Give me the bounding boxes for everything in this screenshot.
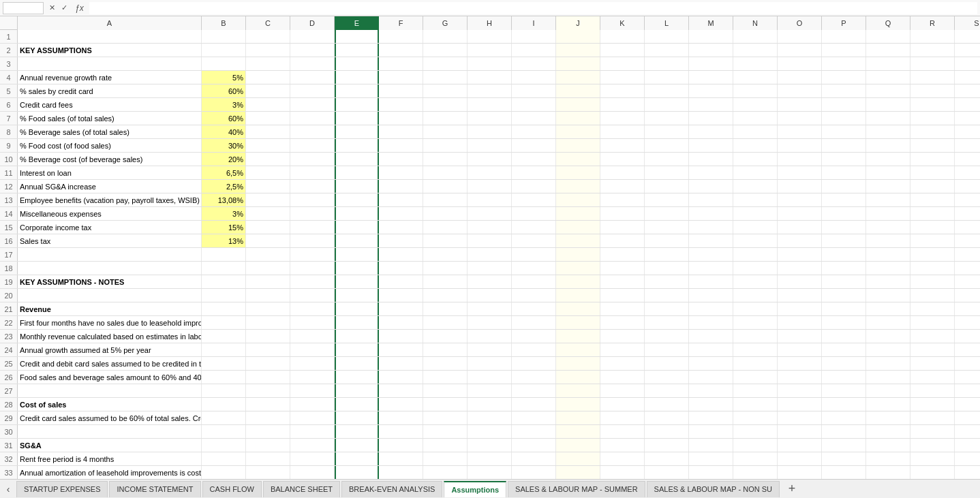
cell-11-H[interactable] bbox=[468, 166, 512, 179]
cell-31-M[interactable] bbox=[689, 439, 733, 452]
cell-19-L[interactable] bbox=[645, 275, 689, 288]
cell-33-A[interactable]: Annual amortization of leasehold improve… bbox=[18, 466, 202, 479]
cell-5-N[interactable] bbox=[733, 84, 778, 97]
col-header-s[interactable]: S bbox=[955, 16, 980, 30]
cell-29-M[interactable] bbox=[689, 411, 733, 424]
cell-17-B[interactable] bbox=[202, 248, 246, 261]
cell-12-J[interactable] bbox=[556, 180, 600, 193]
cell-25-H[interactable] bbox=[468, 357, 512, 370]
cell-17-D[interactable] bbox=[290, 248, 335, 261]
cell-20-L[interactable] bbox=[645, 289, 689, 302]
cell-22-N[interactable] bbox=[733, 316, 778, 329]
cell-12-O[interactable] bbox=[778, 180, 822, 193]
cell-33-M[interactable] bbox=[689, 466, 733, 479]
cell-4-R[interactable] bbox=[910, 71, 955, 84]
cell-4-H[interactable] bbox=[468, 71, 512, 84]
cell-19-M[interactable] bbox=[689, 275, 733, 288]
cell-4-N[interactable] bbox=[733, 71, 778, 84]
cell-9-L[interactable] bbox=[645, 139, 689, 152]
cell-16-C[interactable] bbox=[246, 234, 290, 247]
cell-24-F[interactable] bbox=[379, 343, 423, 356]
cell-6-R[interactable] bbox=[910, 98, 955, 111]
cell-33-Q[interactable] bbox=[866, 466, 910, 479]
cell-30-E[interactable] bbox=[335, 425, 379, 438]
cell-23-I[interactable] bbox=[512, 330, 556, 343]
cell-32-K[interactable] bbox=[600, 452, 645, 465]
cell-25-P[interactable] bbox=[822, 357, 866, 370]
cell-6-M[interactable] bbox=[689, 98, 733, 111]
cell-1-H[interactable] bbox=[468, 30, 512, 43]
cell-24-Q[interactable] bbox=[866, 343, 910, 356]
cell-2-P[interactable] bbox=[822, 44, 866, 57]
cell-23-K[interactable] bbox=[600, 330, 645, 343]
cell-13-K[interactable] bbox=[600, 193, 645, 206]
cell-10-E[interactable] bbox=[335, 153, 379, 166]
cell-8-F[interactable] bbox=[379, 125, 423, 138]
cell-16-J[interactable] bbox=[556, 234, 600, 247]
cell-6-A[interactable]: Credit card fees bbox=[18, 98, 202, 111]
cell-25-A[interactable]: Credit and debit card sales assumed to b… bbox=[18, 357, 202, 370]
cell-19-O[interactable] bbox=[778, 275, 822, 288]
cell-12-K[interactable] bbox=[600, 180, 645, 193]
cell-27-K[interactable] bbox=[600, 384, 645, 397]
cell-3-F[interactable] bbox=[379, 57, 423, 70]
cell-2-I[interactable] bbox=[512, 44, 556, 57]
cell-17-O[interactable] bbox=[778, 248, 822, 261]
cell-21-I[interactable] bbox=[512, 302, 556, 315]
cell-32-S[interactable] bbox=[955, 452, 980, 465]
cell-6-K[interactable] bbox=[600, 98, 645, 111]
cell-4-O[interactable] bbox=[778, 71, 822, 84]
cell-16-E[interactable] bbox=[335, 234, 379, 247]
cell-1-S[interactable] bbox=[955, 30, 980, 43]
cell-9-H[interactable] bbox=[468, 139, 512, 152]
cell-16-M[interactable] bbox=[689, 234, 733, 247]
cell-8-C[interactable] bbox=[246, 125, 290, 138]
cell-32-O[interactable] bbox=[778, 452, 822, 465]
cell-16-G[interactable] bbox=[423, 234, 468, 247]
cell-14-C[interactable] bbox=[246, 207, 290, 220]
cell-21-S[interactable] bbox=[955, 302, 980, 315]
cell-7-B[interactable]: 60% bbox=[202, 112, 246, 125]
cell-10-L[interactable] bbox=[645, 153, 689, 166]
cell-26-G[interactable] bbox=[423, 371, 468, 384]
cell-29-C[interactable] bbox=[246, 411, 290, 424]
cell-21-L[interactable] bbox=[645, 302, 689, 315]
cell-28-R[interactable] bbox=[910, 398, 955, 411]
cell-17-M[interactable] bbox=[689, 248, 733, 261]
cell-24-C[interactable] bbox=[246, 343, 290, 356]
cell-3-N[interactable] bbox=[733, 57, 778, 70]
cell-19-H[interactable] bbox=[468, 275, 512, 288]
cell-10-S[interactable] bbox=[955, 153, 980, 166]
cell-3-S[interactable] bbox=[955, 57, 980, 70]
cell-2-G[interactable] bbox=[423, 44, 468, 57]
cell-12-I[interactable] bbox=[512, 180, 556, 193]
cell-29-R[interactable] bbox=[910, 411, 955, 424]
cell-10-G[interactable] bbox=[423, 153, 468, 166]
cell-11-K[interactable] bbox=[600, 166, 645, 179]
cell-29-G[interactable] bbox=[423, 411, 468, 424]
cell-25-F[interactable] bbox=[379, 357, 423, 370]
cell-4-F[interactable] bbox=[379, 71, 423, 84]
cell-7-L[interactable] bbox=[645, 112, 689, 125]
cell-14-A[interactable]: Miscellaneous expenses bbox=[18, 207, 202, 220]
cell-22-I[interactable] bbox=[512, 316, 556, 329]
cell-18-O[interactable] bbox=[778, 262, 822, 275]
cell-9-C[interactable] bbox=[246, 139, 290, 152]
cell-24-S[interactable] bbox=[955, 343, 980, 356]
cell-22-M[interactable] bbox=[689, 316, 733, 329]
cell-29-K[interactable] bbox=[600, 411, 645, 424]
cell-3-Q[interactable] bbox=[866, 57, 910, 70]
cell-13-G[interactable] bbox=[423, 193, 468, 206]
cell-16-D[interactable] bbox=[290, 234, 335, 247]
cell-18-E[interactable] bbox=[335, 262, 379, 275]
cell-8-R[interactable] bbox=[910, 125, 955, 138]
cell-5-J[interactable] bbox=[556, 84, 600, 97]
cell-32-R[interactable] bbox=[910, 452, 955, 465]
cell-10-P[interactable] bbox=[822, 153, 866, 166]
cell-31-Q[interactable] bbox=[866, 439, 910, 452]
cell-13-B[interactable]: 13,08% bbox=[202, 193, 246, 206]
cell-32-F[interactable] bbox=[379, 452, 423, 465]
cell-33-L[interactable] bbox=[645, 466, 689, 479]
cell-22-H[interactable] bbox=[468, 316, 512, 329]
cell-31-I[interactable] bbox=[512, 439, 556, 452]
